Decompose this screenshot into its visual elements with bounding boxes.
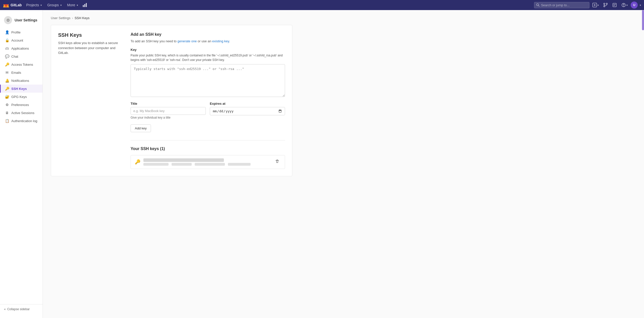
collapse-sidebar-btn[interactable]: « Collapse sidebar xyxy=(4,307,30,311)
bar-chart-icon xyxy=(83,3,87,7)
sidebar-item-label: Chat xyxy=(11,55,18,58)
svg-rect-2 xyxy=(86,3,87,7)
search-icon xyxy=(536,3,540,7)
title-field-label: Title xyxy=(131,102,206,105)
avatar-chevron-icon: ▾ xyxy=(640,4,641,7)
key-item-icon: 🔑 xyxy=(135,159,140,165)
table-row: 🔑 xyxy=(131,155,285,169)
search-bar[interactable] xyxy=(534,2,589,8)
sidebar-item-label: Account xyxy=(11,39,23,42)
key-field-label: Key xyxy=(131,48,285,52)
sidebar-item-account[interactable]: 🔒 Account xyxy=(0,36,43,44)
svg-rect-11 xyxy=(613,3,616,7)
sidebar-item-gpg-keys[interactable]: 🔐 GPG Keys xyxy=(0,93,43,101)
content-layout: SSH Keys SSH keys allow you to establish… xyxy=(58,32,285,169)
sidebar: ⚙ User Settings 👤 Profile 🔒 Account 🗃 Ap… xyxy=(0,10,43,318)
key-name-row xyxy=(143,158,271,162)
sidebar-item-applications[interactable]: 🗃 Applications xyxy=(0,44,43,52)
expires-field-label: Expires at xyxy=(210,102,285,105)
chat-icon: 💬 xyxy=(5,54,9,58)
ssh-keys-list-section: Your SSH keys (1) 🔑 xyxy=(131,140,285,169)
brand-logo[interactable]: GitLab xyxy=(3,2,22,8)
projects-menu-btn[interactable]: Projects ▾ xyxy=(24,2,44,8)
notifications-icon: 🔔 xyxy=(5,79,9,83)
collapse-left-icon: « xyxy=(4,307,6,311)
projects-chevron-icon: ▾ xyxy=(41,4,42,7)
sidebar-item-label: Emails xyxy=(11,71,21,75)
sidebar-item-auth-log[interactable]: 📋 Authentication log xyxy=(0,117,43,125)
gpg-keys-icon: 🔐 xyxy=(5,95,9,99)
page-title: SSH Keys xyxy=(58,32,118,38)
active-sessions-icon: 🖥 xyxy=(5,111,9,115)
sidebar-item-profile[interactable]: 👤 Profile xyxy=(0,28,43,36)
sidebar-footer: « Collapse sidebar xyxy=(0,304,43,314)
sidebar-item-ssh-keys[interactable]: 🔑 SSH Keys xyxy=(0,85,43,93)
scrollbar[interactable] xyxy=(642,10,644,30)
delete-key-button[interactable] xyxy=(274,158,281,165)
existing-key-link[interactable]: existing key xyxy=(212,39,229,43)
svg-point-15 xyxy=(624,6,624,6)
key-meta-blur-3 xyxy=(195,163,225,166)
key-item-info xyxy=(143,158,271,166)
key-meta-blur-4 xyxy=(228,163,251,166)
svg-rect-0 xyxy=(83,5,84,7)
sidebar-header: ⚙ User Settings xyxy=(0,14,43,28)
sidebar-item-active-sessions[interactable]: 🖥 Active Sessions xyxy=(0,109,43,117)
stats-icon-btn[interactable] xyxy=(81,2,89,8)
top-navigation: GitLab Projects ▾ Groups ▾ More ▾ xyxy=(0,0,644,10)
sidebar-item-emails[interactable]: ✉ Emails xyxy=(0,68,43,77)
more-label: More xyxy=(67,3,75,7)
sidebar-title: User Settings xyxy=(15,18,37,22)
expires-form-group: Expires at xyxy=(210,102,285,119)
collapse-label: Collapse sidebar xyxy=(7,307,30,311)
create-btn[interactable]: ▾ xyxy=(591,2,600,8)
topnav-nav: Projects ▾ Groups ▾ More ▾ xyxy=(24,2,532,8)
key-textarea[interactable] xyxy=(131,64,285,97)
account-icon: 🔒 xyxy=(5,38,9,42)
todo-btn[interactable] xyxy=(611,2,618,8)
sidebar-item-label: SSH Keys xyxy=(11,87,27,91)
more-menu-btn[interactable]: More ▾ xyxy=(65,2,80,8)
ssh-keys-icon: 🔑 xyxy=(5,87,9,91)
title-hint: Give your individual key a title xyxy=(131,116,206,119)
title-expires-row: Title Give your individual key a title E… xyxy=(131,102,285,119)
sidebar-item-label: Authentication log xyxy=(11,119,37,123)
title-input[interactable] xyxy=(131,107,206,115)
sidebar-nav: 👤 Profile 🔒 Account 🗃 Applications 💬 Cha… xyxy=(0,28,43,304)
sidebar-item-label: Active Sessions xyxy=(11,111,34,115)
groups-label: Groups xyxy=(47,3,59,7)
preferences-icon: ⚙ xyxy=(5,103,9,107)
svg-line-4 xyxy=(538,6,539,7)
key-meta-row xyxy=(143,163,271,166)
groups-menu-btn[interactable]: Groups ▾ xyxy=(45,2,64,8)
merge-request-btn[interactable] xyxy=(602,2,609,8)
expires-input[interactable] xyxy=(210,107,285,115)
breadcrumb-parent[interactable]: User Settings xyxy=(51,16,70,20)
generate-key-link[interactable]: generate one xyxy=(177,39,197,43)
access-tokens-icon: 🔑 xyxy=(5,62,9,66)
user-avatar-btn[interactable]: U xyxy=(631,2,638,9)
sidebar-item-preferences[interactable]: ⚙ Preferences xyxy=(0,101,43,109)
add-ssh-key-form: Add an SSH key To add an SSH key you nee… xyxy=(131,32,285,169)
applications-icon: 🗃 xyxy=(5,46,9,50)
plus-square-icon xyxy=(592,3,597,7)
brand-label: GitLab xyxy=(11,3,22,7)
key-meta-blur-2 xyxy=(172,163,192,166)
search-input[interactable] xyxy=(541,3,587,7)
sidebar-item-label: Preferences xyxy=(11,103,29,107)
key-hint-text: Paste your public SSH key, which is usua… xyxy=(131,53,285,62)
help-chevron-icon: ▾ xyxy=(626,4,628,7)
help-btn[interactable]: ▾ xyxy=(620,2,629,8)
create-chevron-icon: ▾ xyxy=(597,4,599,7)
sidebar-item-notifications[interactable]: 🔔 Notifications xyxy=(0,77,43,85)
add-key-button[interactable]: Add key xyxy=(131,124,151,132)
trash-icon xyxy=(275,159,279,163)
breadcrumb-separator: › xyxy=(72,16,73,20)
merge-request-icon xyxy=(603,3,608,7)
sidebar-item-chat[interactable]: 💬 Chat xyxy=(0,52,43,60)
main-content: User Settings › SSH Keys SSH Keys SSH ke… xyxy=(43,10,644,318)
sidebar-item-access-tokens[interactable]: 🔑 Access Tokens xyxy=(0,60,43,68)
auth-log-icon: 📋 xyxy=(5,119,9,123)
breadcrumb: User Settings › SSH Keys xyxy=(51,16,636,20)
title-form-group: Title Give your individual key a title xyxy=(131,102,206,119)
